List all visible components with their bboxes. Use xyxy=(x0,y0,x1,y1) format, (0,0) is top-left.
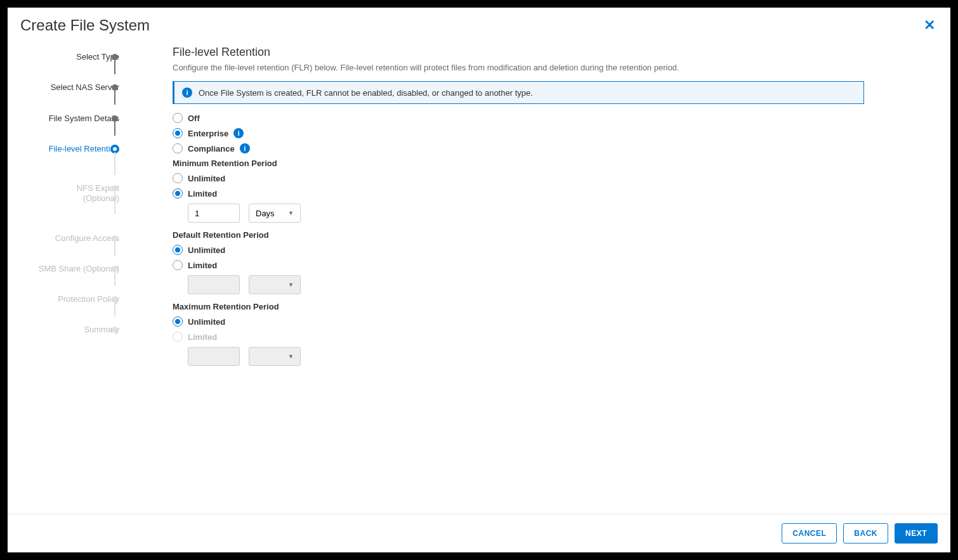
step-node-icon xyxy=(112,115,118,122)
default-retention-value-input xyxy=(188,275,240,294)
flr-option-off[interactable]: Off xyxy=(173,113,864,123)
flr-option-enterprise[interactable]: Enterprise i xyxy=(173,128,864,138)
min-retention-unit-select[interactable]: Days ▼ xyxy=(249,204,301,223)
wizard-content: File-level Retention Configure the file-… xyxy=(154,41,950,514)
radio-icon[interactable] xyxy=(173,188,183,199)
flr-option-compliance[interactable]: Compliance i xyxy=(173,143,864,153)
step-node-icon xyxy=(112,296,118,303)
info-icon: i xyxy=(182,88,192,98)
step-node-icon xyxy=(112,266,118,272)
dialog-header: Create File System ✕ xyxy=(8,8,950,41)
max-retention-limited: Limited xyxy=(173,332,864,342)
default-retention-limited[interactable]: Limited xyxy=(173,260,864,270)
step-smb-share: SMB Share (Optional) xyxy=(8,264,154,274)
min-retention-label: Minimum Retention Period xyxy=(173,159,864,168)
default-retention-unlimited[interactable]: Unlimited xyxy=(173,245,864,255)
min-retention-value-input[interactable] xyxy=(188,204,240,223)
step-nfs-export: NFS Export (Optional) xyxy=(8,183,154,204)
next-button[interactable]: NEXT xyxy=(895,523,938,544)
radio-icon[interactable] xyxy=(173,143,183,153)
max-retention-inputs: ▼ xyxy=(188,347,864,366)
step-file-system-details[interactable]: File System Details xyxy=(8,114,154,124)
default-retention-unit-select: ▼ xyxy=(249,275,301,294)
radio-icon[interactable] xyxy=(173,173,183,183)
content-subtitle: Configure the file-level retention (FLR)… xyxy=(173,63,864,72)
radio-icon[interactable] xyxy=(173,113,183,123)
max-retention-value-input xyxy=(188,347,240,366)
step-select-type[interactable]: Select Type xyxy=(8,52,154,62)
dialog-footer: CANCEL BACK NEXT xyxy=(8,514,950,552)
create-file-system-dialog: Create File System ✕ Select Type Select … xyxy=(8,8,950,552)
max-retention-unit-select: ▼ xyxy=(249,347,301,366)
chevron-down-icon: ▼ xyxy=(288,353,294,360)
step-node-icon xyxy=(112,185,118,192)
chevron-down-icon: ▼ xyxy=(288,282,294,288)
dialog-body: Select Type Select NAS Server File Syste… xyxy=(8,41,950,514)
radio-icon[interactable] xyxy=(173,128,183,138)
min-retention-unlimited[interactable]: Unlimited xyxy=(173,173,864,183)
content-heading: File-level Retention xyxy=(173,46,864,59)
step-select-nas-server[interactable]: Select NAS Server xyxy=(8,82,154,93)
min-retention-inputs: Days ▼ xyxy=(188,204,864,223)
dialog-title: Create File System xyxy=(20,16,150,34)
cancel-button[interactable]: CANCEL xyxy=(782,523,837,544)
wizard-stepper: Select Type Select NAS Server File Syste… xyxy=(8,41,154,514)
radio-icon[interactable] xyxy=(173,245,183,255)
step-node-icon xyxy=(112,54,118,60)
info-banner-text: Once File System is created, FLR cannot … xyxy=(199,88,533,98)
radio-icon[interactable] xyxy=(173,316,183,327)
info-icon[interactable]: i xyxy=(240,143,250,153)
step-node-icon xyxy=(112,235,118,242)
radio-icon[interactable] xyxy=(173,260,183,270)
step-file-level-retention[interactable]: File-level Retention xyxy=(8,144,154,154)
close-icon[interactable]: ✕ xyxy=(921,17,938,34)
info-banner: i Once File System is created, FLR canno… xyxy=(173,81,864,104)
step-configure-access: Configure Access xyxy=(8,233,154,244)
info-icon[interactable]: i xyxy=(233,128,244,138)
default-retention-label: Default Retention Period xyxy=(173,230,864,240)
back-button[interactable]: BACK xyxy=(843,523,888,544)
default-retention-inputs: ▼ xyxy=(188,275,864,294)
max-retention-label: Maximum Retention Period xyxy=(173,302,864,311)
min-retention-limited[interactable]: Limited xyxy=(173,188,864,199)
step-protection-policy: Protection Policy xyxy=(8,294,154,304)
step-summary: Summary xyxy=(8,325,154,335)
chevron-down-icon: ▼ xyxy=(288,210,294,216)
radio-icon xyxy=(173,332,183,342)
max-retention-unlimited[interactable]: Unlimited xyxy=(173,316,864,327)
